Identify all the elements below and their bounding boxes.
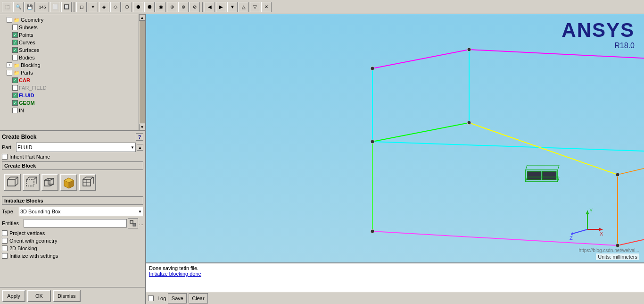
console-link[interactable]: Initialize blocking done (149, 271, 201, 277)
part-scroll-up[interactable]: ▲ (137, 144, 143, 151)
clear-console-button[interactable]: Clear (189, 293, 207, 304)
tree-item-bodies[interactable]: Bodies (1, 54, 144, 61)
inherit-part-label: Inherit Part Name (9, 154, 50, 160)
help-button[interactable]: ? (136, 133, 143, 141)
cb-in[interactable] (12, 108, 18, 113)
svg-line-34 (469, 50, 644, 61)
block-icon-solid[interactable] (60, 174, 77, 191)
toolbar-btn-16[interactable]: ⊗ (178, 2, 189, 12)
create-block-section: Create Block ? Part FLUID ▼ ▲ Inherit Pa… (0, 131, 145, 287)
toolbar-btn-23[interactable]: ✕ (261, 2, 272, 12)
svg-rect-27 (133, 223, 136, 226)
cb-subsets[interactable] (12, 25, 18, 30)
cb-far-field[interactable] (12, 85, 18, 91)
toolbar-btn-12[interactable]: ⬢ (133, 2, 143, 12)
toolbar-btn-9[interactable]: ◈ (99, 2, 109, 12)
toolbar-btn-6[interactable]: 🔲 (61, 2, 72, 12)
ok-button[interactable]: OK (27, 290, 51, 302)
tree-item-far-field[interactable]: FAR_FIELD (1, 84, 144, 92)
toolbar-btn-21[interactable]: △ (239, 2, 249, 12)
cb-2d-blocking[interactable] (2, 245, 8, 251)
console-log-row: Log (148, 296, 166, 301)
toolbar-btn-2[interactable]: 🔍 (13, 2, 24, 12)
toolbar-btn-13[interactable]: ⬣ (144, 2, 155, 12)
svg-marker-69 (586, 211, 589, 214)
entities-dots-btn[interactable]: ... (139, 220, 143, 226)
tree-expand-parts[interactable]: - (7, 70, 12, 76)
entities-select-icon[interactable] (128, 218, 138, 228)
main-toolbar: ⬚ 🔍 💾 145 ⬜ 🔲 ◻ ✦ ◈ ◇ ⬡ ⬢ ⬣ ◉ ⊕ ⊗ ⊘ ◀ ▶ … (0, 0, 644, 14)
tree-item-geometry[interactable]: - 📁 Geometry (1, 16, 144, 24)
part-dropdown[interactable]: FLUID ▼ (16, 143, 136, 152)
toolbar-btn-5[interactable]: ⬜ (50, 2, 60, 12)
svg-rect-6 (26, 179, 34, 186)
toolbar-btn-11[interactable]: ⬡ (122, 2, 132, 12)
console-bottom: Log Save Clear (146, 292, 644, 304)
scroll-up[interactable]: ▲ (139, 14, 146, 21)
sep-2 (202, 2, 203, 12)
tree-expand-geometry[interactable]: - (7, 17, 12, 23)
tree-scrollbar: ▲ ▼ (139, 14, 145, 130)
cb-surfaces[interactable]: ✓ (12, 47, 18, 53)
block-icon-3d-outline[interactable] (4, 174, 21, 191)
cb-fluid[interactable]: ✓ (12, 93, 18, 98)
tree-item-blocking[interactable]: + 📁 Blocking (1, 61, 144, 69)
toolbar-btn-19[interactable]: ▶ (216, 2, 226, 12)
tree-item-in[interactable]: IN (1, 107, 144, 114)
tree-item-car[interactable]: ✓ CAR (1, 76, 144, 84)
tree-scroll[interactable]: - 📁 Geometry Subsets ✓ Points (0, 14, 145, 130)
cb-inherit-part[interactable] (2, 154, 8, 160)
toolbar-btn-8[interactable]: ✦ (88, 2, 98, 12)
cb-curves[interactable]: ✓ (12, 40, 18, 45)
cb-car[interactable]: ✓ (12, 77, 18, 83)
toolbar-btn-4[interactable]: 145 (36, 2, 49, 12)
toolbar-btn-10[interactable]: ◇ (110, 2, 121, 12)
type-dropdown[interactable]: 3D Bounding Box ▼ (19, 207, 143, 216)
toolbar-btn-22[interactable]: ▽ (250, 2, 260, 12)
toolbar-btn-3[interactable]: 💾 (25, 2, 35, 12)
cb-geom[interactable]: ✓ (12, 100, 18, 106)
apply-button[interactable]: Apply (2, 290, 25, 302)
cb-init-settings[interactable]: ✓ (2, 253, 8, 259)
cb-orient-geometry[interactable] (2, 238, 8, 244)
svg-point-62 (616, 173, 619, 177)
toolbar-btn-20[interactable]: ▼ (227, 2, 238, 12)
tree-item-parts[interactable]: - 📁 Parts (1, 69, 144, 76)
tree-item-fluid[interactable]: ✓ FLUID (1, 92, 144, 99)
cb-points[interactable]: ✓ (12, 32, 18, 38)
svg-point-54 (371, 67, 374, 70)
dismiss-button[interactable]: Dismiss (53, 290, 81, 302)
toolbar-btn-18[interactable]: ◀ (205, 2, 215, 12)
part-value: FLUID (17, 144, 33, 150)
block-icon-multi[interactable] (41, 174, 58, 191)
toolbar-btn-17[interactable]: ⊘ (190, 2, 200, 12)
console-msg-2[interactable]: Initialize blocking done (149, 271, 641, 277)
tree-item-subsets[interactable]: Subsets (1, 24, 144, 31)
toolbar-btn-15[interactable]: ⊕ (167, 2, 177, 12)
cb-log[interactable] (148, 296, 154, 301)
viewport-canvas[interactable]: ANSYS R18.0 (146, 14, 644, 262)
tree-item-surfaces[interactable]: ✓ Surfaces (1, 46, 144, 54)
tree-item-points[interactable]: ✓ Points (1, 31, 144, 39)
tree-item-curves[interactable]: ✓ Curves (1, 39, 144, 46)
toolbar-btn-1[interactable]: ⬚ (2, 2, 12, 12)
tree-item-geom[interactable]: ✓ GEOM (1, 99, 144, 107)
tree-expand-blocking[interactable]: + (7, 62, 12, 68)
folder-icon: 📁 (13, 17, 20, 23)
block-icon-split[interactable] (79, 174, 96, 191)
cb-bodies[interactable] (12, 55, 18, 60)
svg-point-58 (467, 121, 471, 125)
part-row: Part FLUID ▼ ▲ (2, 143, 143, 152)
entities-input[interactable] (24, 219, 127, 228)
block-icon-dashed[interactable] (23, 174, 40, 191)
toolbar-btn-7[interactable]: ◻ (76, 2, 87, 12)
create-block-header: Create Block ? (2, 133, 143, 141)
svg-rect-26 (130, 220, 133, 223)
type-value: 3D Bounding Box (20, 209, 61, 214)
cb-project-vertices[interactable] (2, 230, 8, 236)
folder-icon-blocking: 📁 (13, 62, 20, 68)
svg-line-28 (372, 142, 644, 153)
scroll-down[interactable]: ▼ (139, 124, 146, 130)
toolbar-btn-14[interactable]: ◉ (156, 2, 166, 12)
save-console-button[interactable]: Save (168, 293, 187, 304)
